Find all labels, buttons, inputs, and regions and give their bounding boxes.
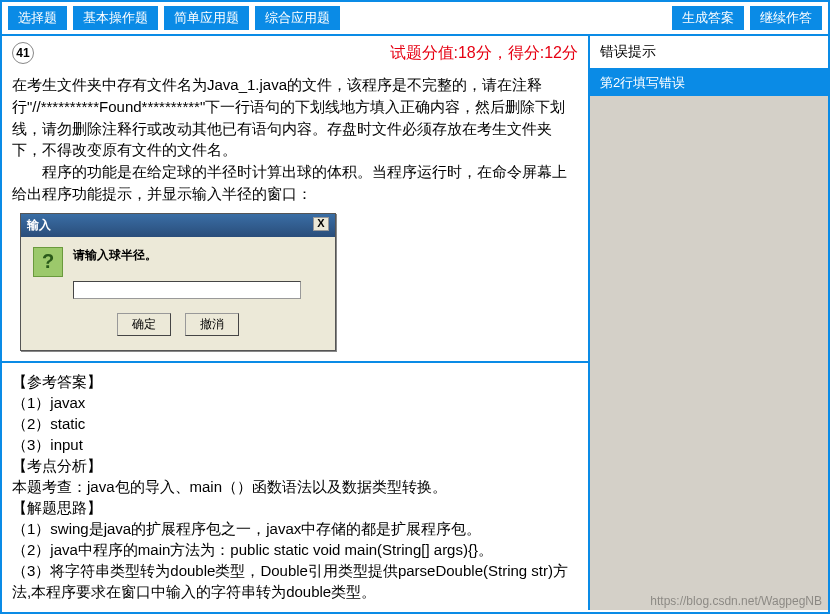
action-group-right: 生成答案 继续作答 xyxy=(672,6,822,30)
right-column: 错误提示 第2行填写错误 xyxy=(590,36,828,610)
generate-answer-button[interactable]: 生成答案 xyxy=(672,6,744,30)
dialog-cancel-button[interactable]: 撤消 xyxy=(185,313,239,336)
tab-group-left: 选择题 基本操作题 简单应用题 综合应用题 xyxy=(8,6,340,30)
continue-answer-button[interactable]: 继续作答 xyxy=(750,6,822,30)
keypoint-body: 本题考查：java包的导入、main（）函数语法以及数据类型转换。 xyxy=(12,476,578,497)
question-mark-icon: ? xyxy=(33,247,63,277)
solution-2: （2）java中程序的main方法为：public static void ma… xyxy=(12,539,578,560)
tab-basic-op[interactable]: 基本操作题 xyxy=(73,6,158,30)
solution-3: （3）将字符串类型转为double类型，Double引用类型提供parseDou… xyxy=(12,560,578,602)
solution-title: 【解题思路】 xyxy=(12,497,578,518)
answer-1: （1）javax xyxy=(12,392,578,413)
question-body: 在考生文件夹中存有文件名为Java_1.java的文件，该程序是不完整的，请在注… xyxy=(2,70,588,363)
tab-comprehensive[interactable]: 综合应用题 xyxy=(255,6,340,30)
dialog-titlebar: 输入 X xyxy=(21,214,335,237)
answer-body: 【参考答案】 （1）javax （2）static （3）input 【考点分析… xyxy=(2,363,588,610)
question-para-1: 在考生文件夹中存有文件名为Java_1.java的文件，该程序是不完整的，请在注… xyxy=(12,74,578,161)
error-item-1[interactable]: 第2行填写错误 xyxy=(590,70,828,96)
question-para-2: 程序的功能是在给定球的半径时计算出球的体积。当程序运行时，在命令屏幕上给出程序功… xyxy=(12,161,578,205)
score-text: 试题分值:18分，得分:12分 xyxy=(390,43,578,64)
answer-2: （2）static xyxy=(12,413,578,434)
dialog-body: ? 请输入球半径。 确定 撤消 xyxy=(21,237,335,350)
tab-choice[interactable]: 选择题 xyxy=(8,6,67,30)
dialog-ok-button[interactable]: 确定 xyxy=(117,313,171,336)
reference-answer-title: 【参考答案】 xyxy=(12,371,578,392)
score-row: 41 试题分值:18分，得分:12分 xyxy=(2,36,588,70)
question-number: 41 xyxy=(12,42,34,64)
keypoint-title: 【考点分析】 xyxy=(12,455,578,476)
solution-1: （1）swing是java的扩展程序包之一，javax中存储的都是扩展程序包。 xyxy=(12,518,578,539)
error-panel-title: 错误提示 xyxy=(590,36,828,70)
tab-simple-app[interactable]: 简单应用题 xyxy=(164,6,249,30)
answer-3: （3）input xyxy=(12,434,578,455)
radius-input[interactable] xyxy=(73,281,301,299)
close-icon[interactable]: X xyxy=(313,217,329,231)
main-area: 41 试题分值:18分，得分:12分 在考生文件夹中存有文件名为Java_1.j… xyxy=(2,36,828,610)
error-panel-empty xyxy=(590,96,828,610)
dialog-title-text: 输入 xyxy=(27,217,51,234)
top-bar: 选择题 基本操作题 简单应用题 综合应用题 生成答案 继续作答 xyxy=(2,2,828,36)
left-column: 41 试题分值:18分，得分:12分 在考生文件夹中存有文件名为Java_1.j… xyxy=(2,36,590,610)
input-dialog: 输入 X ? 请输入球半径。 确定 撤消 xyxy=(20,213,336,351)
dialog-prompt: 请输入球半径。 xyxy=(73,247,157,264)
